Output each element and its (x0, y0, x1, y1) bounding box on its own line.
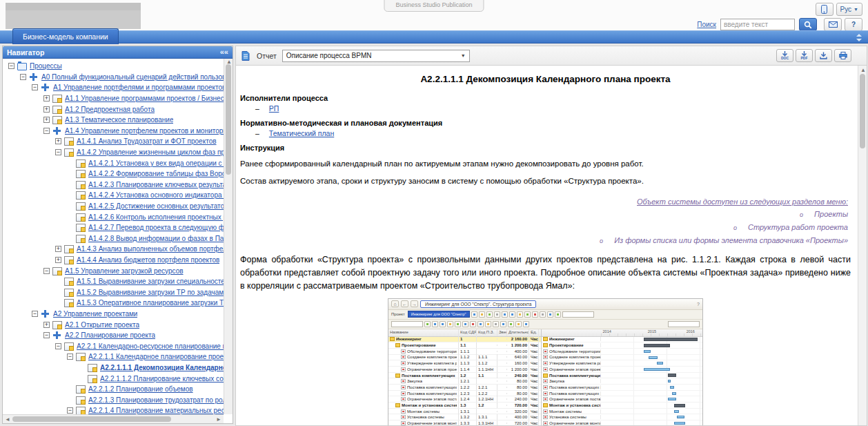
tree-link[interactable]: Процессы (30, 62, 62, 70)
tree-expander-icon[interactable] (8, 63, 14, 69)
tree-item[interactable]: А0 Полный функциональный сценарий действ… (3, 72, 224, 83)
tree-link[interactable]: А2.2 Планирование проекта (65, 331, 155, 339)
collapse-panel-icon[interactable]: «« (220, 48, 228, 56)
tree-item[interactable]: А2.2.1.1 Календарное планирование проект… (3, 351, 224, 362)
tree-expander-icon[interactable] (43, 106, 50, 113)
tree-expander-icon[interactable] (43, 117, 50, 123)
tree-link[interactable]: А1.1 Управление программами проектов / Б… (65, 95, 224, 102)
tree-item[interactable]: А1.4.2.3 Планирование ключевых результат… (3, 180, 224, 191)
tree-expander-icon[interactable] (20, 74, 26, 80)
tree-link[interactable]: А2.2.1 Календарно-ресурсное планирование… (77, 342, 224, 350)
tree-expander-icon[interactable] (43, 268, 50, 274)
tree-item[interactable]: А1.4.1 Анализ Трудозатрат и ФОТ проектов (3, 136, 224, 147)
tree-link[interactable]: А1.4.1 Анализ Трудозатрат и ФОТ проектов (77, 137, 217, 145)
tree-expander-icon[interactable] (43, 128, 50, 134)
tree-item[interactable]: А1.4.2.5 Достижение основных результатов… (3, 201, 224, 212)
mail-button[interactable] (824, 18, 842, 31)
help-button[interactable]: ? (845, 18, 862, 31)
tree-item[interactable]: А1.4.3 Анализ выполненных объемов портфе… (3, 244, 224, 255)
tree-expander-icon[interactable] (32, 84, 38, 90)
print-button[interactable] (834, 49, 851, 62)
tree-item[interactable]: А2.1 Открытие проекта (3, 319, 224, 330)
menu-note-title[interactable]: Объект системы доступен из следующих раз… (240, 195, 848, 209)
tree-link[interactable]: А1.4.2.2 Формирование таблицы фаз Ворот … (88, 170, 224, 177)
scroll-right-icon[interactable]: ► (216, 415, 221, 424)
scroll-left-icon[interactable]: ◄ (5, 415, 10, 424)
tree-link[interactable]: А1.4.3 Анализ выполненных объемов портфе… (77, 245, 224, 253)
tree-link[interactable]: А2.1 Открытие проекта (65, 321, 139, 329)
tree-link[interactable]: А1.5.3 Оперативное планирование загрузки… (77, 299, 224, 307)
tree-item[interactable]: А2.2.1.1.2 Планирование ключевых событий… (3, 373, 224, 384)
tree-link[interactable]: А2 Управление проектами (53, 310, 137, 318)
tree-item[interactable]: А1.1 Управление программами проектов / Б… (3, 93, 224, 104)
navigator-horizontal-scrollbar[interactable]: ◄ ► (3, 414, 224, 423)
tree-item[interactable]: А2.2.1.1.1 Декомпозиция Календарного пла… (3, 362, 224, 374)
tab-scroll-icon[interactable] (854, 34, 862, 41)
tree-link[interactable]: А2.2.1.4 Планирование материальных ресур… (88, 407, 224, 414)
tree-item[interactable]: А1.3 Тематическое планирование (3, 115, 224, 126)
tree-item[interactable]: А1.4.2.6 Контроль исполнения проектных р… (3, 211, 224, 222)
tree-item[interactable]: А1.5.1 Выравнивание загрузки специальнос… (3, 276, 224, 287)
tree-link[interactable]: А1.4.2.3 Планирование ключевых результат… (88, 181, 224, 188)
scrollbar-thumb[interactable] (226, 64, 231, 175)
tree-link[interactable]: А1.4.2.4 Установка основного индикатора … (88, 191, 224, 199)
export-doc-button[interactable]: DOC (776, 49, 793, 62)
tree-expander-icon[interactable] (32, 311, 38, 317)
tree-item[interactable]: А1.4.2.7 Перевод проекта в следующую фаз… (3, 222, 224, 233)
tree-item[interactable]: А1.2 Предпроектная работа (3, 104, 224, 115)
tree-expander-icon[interactable] (55, 343, 61, 349)
language-dropdown[interactable]: Рус ▼ (836, 3, 863, 16)
tree-item[interactable]: А1.4 Управление портфелем проектов и мон… (3, 126, 224, 137)
tree-link[interactable]: А1 Управление портфелями и программами п… (53, 84, 224, 91)
tree-link[interactable]: А1.4.4 Анализ бюджетов портфеля проектов (77, 256, 219, 264)
tree-expander-icon[interactable] (55, 257, 61, 263)
tree-item[interactable]: А2.2.1.3 Планирование трудозатрат по рол… (3, 394, 224, 405)
content-vertical-scrollbar[interactable]: ▲ (858, 66, 867, 425)
tree-item[interactable]: А1.4.4 Анализ бюджетов портфеля проектов (3, 255, 224, 266)
scroll-up-icon[interactable]: ▲ (860, 66, 866, 75)
tree-expander-icon[interactable] (67, 407, 73, 414)
tree-link[interactable]: А1.4.2.5 Достижение основных результатов… (88, 202, 224, 210)
tree-link[interactable]: А1.5 Управление загрузкой ресурсов (65, 267, 184, 275)
tree-item[interactable]: А2.2.1 Календарно-ресурсное планирование… (3, 340, 224, 351)
tree-expander-icon[interactable] (43, 95, 50, 101)
tree-link[interactable]: А2.2.1.1.1 Декомпозиция Календарного пла… (100, 364, 224, 371)
tree-link[interactable]: А1.4.2.8 Вывод информации о фазах в Пане… (88, 235, 224, 242)
tree-link[interactable]: А2.2.1.1.2 Планирование ключевых событий… (100, 375, 224, 383)
tree-link[interactable]: А2.2.1.1 Календарное планирование проект… (88, 353, 224, 360)
tree-item[interactable]: А1.4.2 Управление жизненным циклом фаз п… (3, 147, 224, 158)
tree-item[interactable]: А1.4.2.4 Установка основного индикатора … (3, 190, 224, 201)
performer-link[interactable]: РП (269, 104, 279, 113)
tree-link[interactable]: А1.3 Тематическое планирование (65, 116, 173, 124)
tree-link[interactable]: А1.4.2.1 Установка у вех вида операции с… (88, 159, 224, 167)
tree-item[interactable]: А1 Управление портфелями и программами п… (3, 82, 224, 93)
tree-link[interactable]: А1.5.1 Выравнивание загрузки специальнос… (77, 278, 224, 285)
tree-link[interactable]: А1.4.2 Управление жизненным циклом фаз п… (77, 148, 224, 156)
tree-item[interactable]: Процессы (3, 61, 224, 72)
mobile-version-button[interactable] (816, 3, 834, 16)
tree-link[interactable]: А1.4.2.6 Контроль исполнения проектных р… (88, 213, 224, 221)
tree-item[interactable]: А1.5 Управление загрузкой ресурсов (3, 265, 224, 276)
tree-link[interactable]: А1.2 Предпроектная работа (65, 106, 155, 113)
scrollbar-thumb[interactable] (860, 74, 865, 148)
tree-item[interactable]: А1.5.2 Выравнивание загрузки ТР по задач… (3, 287, 224, 298)
tree-link[interactable]: А1.4 Управление портфелем проектов и мон… (65, 127, 224, 135)
tree-link[interactable]: А1.5.2 Выравнивание загрузки ТР по задач… (77, 289, 224, 296)
tree-item[interactable]: А2.2.1.4 Планирование материальных ресур… (3, 405, 224, 414)
tree-item[interactable]: А1.4.2.8 Вывод информации о фазах в Пане… (3, 233, 224, 244)
tree-link[interactable]: А1.4.2.7 Перевод проекта в следующую фаз… (88, 224, 224, 231)
tree-item[interactable]: А2.2.1.2 Планирование объемов (3, 384, 224, 395)
search-button[interactable] (799, 18, 817, 31)
tree-item[interactable]: А1.5.3 Оперативное планирование загрузки… (3, 298, 224, 309)
tree-item[interactable]: А2.2 Планирование проекта (3, 330, 224, 341)
tab-business-model[interactable]: Бизнес-модель компании (12, 28, 119, 44)
scrollbar-thumb[interactable] (12, 416, 171, 422)
download-button[interactable] (815, 49, 832, 62)
export-pdf-button[interactable]: PDF (796, 49, 813, 62)
tree-item[interactable]: А1.4.2.1 Установка у вех вида операции с… (3, 157, 224, 168)
tree-link[interactable]: А2.2.1.2 Планирование объемов (88, 385, 193, 393)
tree-expander-icon[interactable] (43, 322, 50, 328)
report-type-select[interactable]: Описание процесса BPMN ▼ (282, 50, 470, 62)
navigator-vertical-scrollbar[interactable]: ▲ (224, 59, 233, 414)
document-link[interactable]: Тематический план (269, 129, 334, 137)
